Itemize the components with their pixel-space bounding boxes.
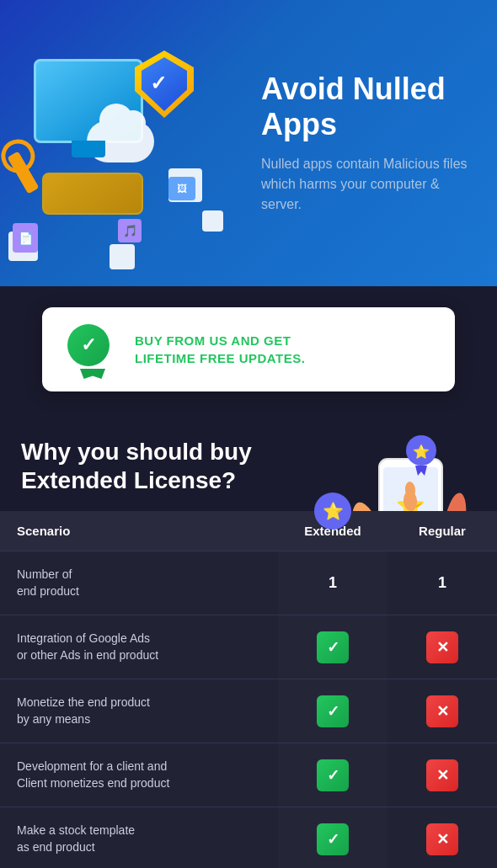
- td-regular-2: ✕: [387, 615, 497, 679]
- banner-text: BUY FROM US AND GET LIFETIME FREE UPDATE…: [135, 332, 305, 367]
- hero-subtitle: Nulled apps contain Malicious files whic…: [261, 154, 472, 215]
- cross-icon: ✕: [426, 695, 458, 727]
- td-scenario-2: Integration of Google Adsor other Ads in…: [0, 618, 278, 676]
- cross-icon: ✕: [426, 823, 458, 855]
- td-scenario-3: Monetize the end productby any means: [0, 682, 278, 740]
- hero-title-text: Avoid Nulled Apps: [261, 72, 446, 141]
- svg-point-6: [440, 491, 470, 511]
- cube-graphic-3: [110, 244, 135, 269]
- phone-illustration: ⭐ ⭐: [329, 413, 497, 511]
- th-scenario: Scenario: [0, 511, 278, 551]
- table-row: Integration of Google Adsor other Ads in…: [0, 615, 497, 679]
- why-title-text: Why you should buy Extended License?: [21, 438, 252, 494]
- badge-icon: [67, 324, 118, 375]
- td-scenario-5: Make a stock templateas end product: [0, 810, 278, 868]
- td-regular-1: 1: [387, 551, 497, 615]
- td-regular-3: ✕: [387, 679, 497, 743]
- table-section: Scenario ⭐ Extended Regular Number ofend…: [0, 511, 497, 868]
- cross-icon: ✕: [426, 631, 458, 663]
- why-title-line2: Extended License?: [21, 467, 236, 493]
- td-regular-4: ✕: [387, 743, 497, 807]
- hero-text: Avoid Nulled Apps Nulled apps contain Ma…: [261, 72, 472, 215]
- keyboard-graphic: [42, 173, 143, 215]
- td-scenario-4: Development for a client andClient monet…: [0, 746, 278, 804]
- td-extended-1: 1: [278, 551, 387, 615]
- badge-ribbon: [80, 369, 105, 379]
- table-row: Development for a client andClient monet…: [0, 743, 497, 807]
- table-row: Make a stock templateas end product ✓ ✕: [0, 807, 497, 868]
- check-icon: ✓: [317, 759, 349, 791]
- td-regular-5: ✕: [387, 807, 497, 868]
- banner-text-line2: LIFETIME FREE UPDATES.: [135, 349, 305, 367]
- extended-star-badge: ⭐: [314, 493, 351, 530]
- check-icon: ✓: [317, 631, 349, 663]
- banner-card: BUY FROM US AND GET LIFETIME FREE UPDATE…: [42, 307, 455, 391]
- extended-value-1: 1: [329, 574, 337, 592]
- image-icon: 🖼: [168, 177, 195, 200]
- table-row: Number ofend product 1 1: [0, 551, 497, 615]
- td-extended-2: ✓: [278, 615, 387, 679]
- key-graphic: [8, 152, 40, 194]
- monitor-graphic: [34, 59, 143, 143]
- td-extended-3: ✓: [278, 679, 387, 743]
- td-extended-4: ✓: [278, 743, 387, 807]
- hero-illustration: ✓ 📄 🖼 🎵: [0, 17, 244, 286]
- banner-section: BUY FROM US AND GET LIFETIME FREE UPDATE…: [0, 286, 497, 413]
- check-icon: ✓: [317, 695, 349, 727]
- th-extended: ⭐ Extended: [278, 511, 387, 551]
- why-title: Why you should buy Extended License?: [21, 438, 252, 494]
- music-icon: 🎵: [118, 219, 142, 242]
- why-title-line1: Why you should buy: [21, 439, 252, 465]
- hero-section: ✓ 📄 🖼 🎵 Avoid Nulled Apps Nulled apps co…: [0, 0, 497, 286]
- table-row: Monetize the end productby any means ✓ ✕: [0, 679, 497, 743]
- banner-text-line1: BUY FROM US AND GET: [135, 332, 305, 349]
- star-icon: ⭐: [323, 501, 344, 521]
- hand-phone-svg: ⭐ ⭐: [329, 413, 497, 511]
- shield-check-icon: ✓: [150, 72, 167, 95]
- cross-icon: ✕: [426, 759, 458, 791]
- regular-value-1: 1: [438, 574, 446, 592]
- table-header: Scenario ⭐ Extended Regular: [0, 511, 497, 551]
- td-extended-5: ✓: [278, 807, 387, 868]
- svg-text:⭐: ⭐: [413, 444, 430, 460]
- cloud-icon: [87, 120, 154, 162]
- note-icon: 📄: [13, 223, 38, 253]
- td-scenario-1: Number ofend product: [0, 554, 278, 612]
- badge-circle: [67, 324, 110, 366]
- why-section: Why you should buy Extended License? ⭐: [0, 413, 497, 511]
- hero-title: Avoid Nulled Apps: [261, 72, 472, 141]
- check-icon: ✓: [317, 823, 349, 855]
- cube-graphic-4: [202, 210, 223, 232]
- th-regular: Regular: [387, 511, 497, 551]
